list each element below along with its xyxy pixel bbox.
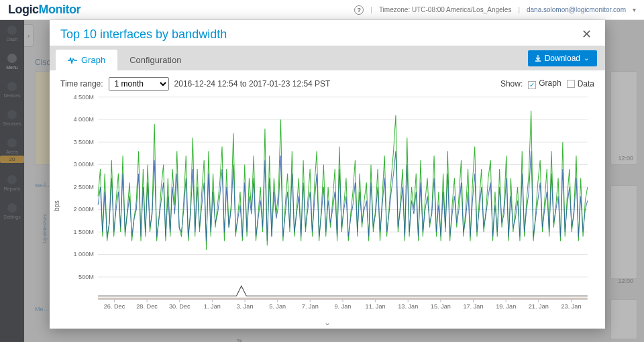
time-range-span: 2016-12-24 12:54 to 2017-01-23 12:54 PST <box>174 79 331 89</box>
y-axis-label: bps <box>53 200 60 211</box>
download-button[interactable]: Download ⌄ <box>528 50 597 66</box>
user-email-link[interactable]: dana.solomon@logicmonitor.com <box>527 6 626 13</box>
time-range-select[interactable]: 1 month <box>109 77 169 91</box>
svg-text:1 000M: 1 000M <box>73 251 94 258</box>
svg-text:23. Jan: 23. Jan <box>561 303 581 310</box>
svg-text:1 500M: 1 500M <box>73 229 94 235</box>
tab-configuration[interactable]: Configuration <box>117 50 193 70</box>
bandwidth-chart[interactable]: 500M1 000M1 500M2 000M2 500M3 000M3 500M… <box>60 93 594 315</box>
svg-text:2 500M: 2 500M <box>73 184 94 190</box>
help-icon[interactable]: ? <box>354 5 364 15</box>
svg-text:17. Jan: 17. Jan <box>463 303 483 310</box>
svg-text:4 000M: 4 000M <box>73 116 94 123</box>
pulse-icon <box>68 57 77 64</box>
svg-text:1. Jan: 1. Jan <box>204 303 221 310</box>
svg-text:4 500M: 4 500M <box>73 94 94 101</box>
svg-text:500M: 500M <box>78 274 94 280</box>
svg-text:3 000M: 3 000M <box>73 162 94 168</box>
time-range-label: Time range: <box>60 79 103 89</box>
brand-logo: LogicMonitor <box>8 3 80 17</box>
show-graph-toggle[interactable]: Graph <box>528 78 561 89</box>
svg-text:7. Jan: 7. Jan <box>302 303 319 310</box>
tab-graph[interactable]: Graph <box>56 50 117 70</box>
svg-text:13. Jan: 13. Jan <box>398 303 418 310</box>
modal-close-button[interactable]: ✕ <box>579 27 594 42</box>
timezone-label: Timezone: UTC-08:00 America/Los_Angeles <box>379 6 512 13</box>
svg-text:26. Dec: 26. Dec <box>104 303 125 310</box>
svg-text:19. Jan: 19. Jan <box>496 303 516 310</box>
download-icon <box>535 55 541 62</box>
svg-text:3 500M: 3 500M <box>73 139 94 146</box>
svg-text:30. Dec: 30. Dec <box>169 303 191 310</box>
show-label: Show: <box>500 79 523 89</box>
chevron-down-icon: ⌄ <box>584 54 589 62</box>
svg-text:28. Dec: 28. Dec <box>136 303 158 310</box>
svg-text:3. Jan: 3. Jan <box>237 303 254 310</box>
show-data-toggle[interactable]: Data <box>567 79 594 89</box>
modal-title: Top 10 interfaces by bandwidth <box>60 27 227 42</box>
chart-expand-chevron-icon[interactable]: ⌄ <box>324 318 331 327</box>
svg-text:11. Jan: 11. Jan <box>366 303 386 310</box>
svg-text:5. Jan: 5. Jan <box>269 303 286 310</box>
bandwidth-modal: Top 10 interfaces by bandwidth ✕ Graph C… <box>50 20 605 329</box>
svg-text:2 000M: 2 000M <box>73 207 94 213</box>
svg-text:15. Jan: 15. Jan <box>431 303 451 310</box>
svg-text:21. Jan: 21. Jan <box>529 303 549 310</box>
svg-text:9. Jan: 9. Jan <box>334 303 351 310</box>
